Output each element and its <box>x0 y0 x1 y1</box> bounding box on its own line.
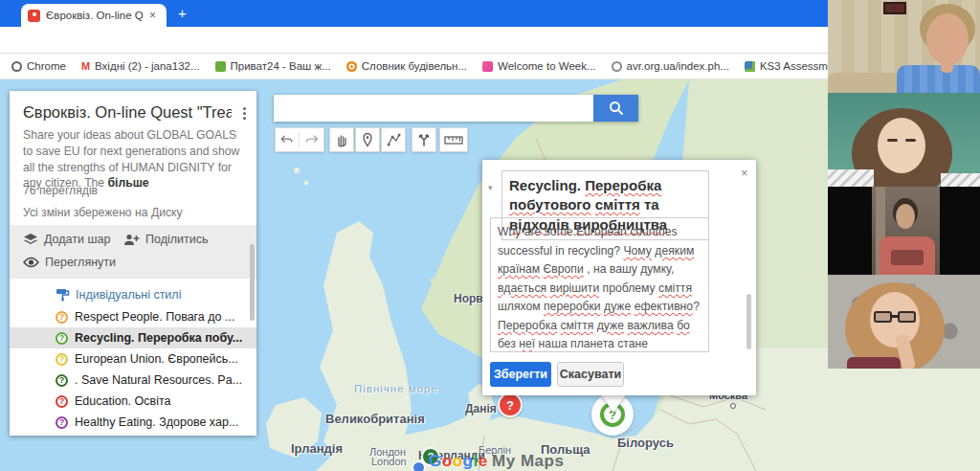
glasses-left-lens <box>874 311 892 323</box>
map-marker-denmark-question[interactable]: ? <box>498 392 523 417</box>
views-count: 76 переглядів <box>23 184 98 197</box>
preview-button[interactable]: Переглянути <box>23 256 116 269</box>
glasses-right-lens <box>898 311 916 323</box>
undo-redo-group <box>275 127 324 152</box>
google-mymaps-watermark: Google My Maps <box>429 452 564 471</box>
panel-scrollbar[interactable] <box>250 244 255 321</box>
panel-menu-icon[interactable] <box>243 107 246 110</box>
map-label-london-en: London <box>371 456 407 467</box>
directions-y-icon <box>417 132 431 147</box>
close-icon[interactable]: × <box>741 166 748 180</box>
marker-edit-popup: × ▾ Recycling. Переробка побутового сміт… <box>482 160 756 395</box>
hoodie-graphic <box>891 250 924 265</box>
more-link[interactable]: більше <box>108 176 149 190</box>
marker-pin-icon <box>361 132 374 147</box>
bookmark-welcome[interactable]: Welcome to Week... <box>482 60 595 72</box>
cancel-button[interactable]: Скасувати <box>557 362 624 387</box>
layer-question-icon: ? <box>56 395 68 408</box>
participant-1-hand <box>941 50 953 73</box>
map-label-ireland: Ірландія <box>291 441 343 456</box>
tab-title: Євроквіз. On-line Quest "Treasu <box>46 10 144 21</box>
participant-3-face <box>896 204 915 229</box>
individual-styles-link[interactable]: Індивідуальні стилі <box>56 287 181 302</box>
layer-question-icon: ? <box>56 353 68 366</box>
layer-item-respect-people[interactable]: ? Respect People. Повага до ... <box>10 306 256 327</box>
undo-icon[interactable] <box>278 132 300 147</box>
saved-status: Усі зміни збережено на Диску <box>23 206 183 219</box>
layer-item-healthy-eating[interactable]: ? Healthy Eating. Здорове хар... <box>10 412 256 433</box>
participant-2-eye <box>887 139 898 142</box>
avr-icon <box>612 61 622 72</box>
map-search-input[interactable] <box>274 95 593 122</box>
privat24-icon <box>215 61 226 72</box>
add-marker-tool-button[interactable] <box>355 127 380 152</box>
participant-3-room <box>872 187 940 275</box>
share-button[interactable]: Поділитись <box>122 233 208 246</box>
google-logo: Google <box>429 452 488 470</box>
picture-frame <box>883 2 906 14</box>
measure-tool-button[interactable] <box>439 127 468 152</box>
panel-actions: Додати шар Поділитись Переглянути <box>10 225 256 279</box>
browser-toolbar: google.com/maps/d/u/2/edit?mid=17VCu00Iz… <box>0 27 828 54</box>
layer-question-icon: ? <box>56 416 68 429</box>
layer-item-recycling[interactable]: ? Recycling. Переробка побу... <box>10 327 256 348</box>
bookmark-gmail[interactable]: MВхідні (2) - jana132... <box>81 60 200 72</box>
video-feed-2[interactable] <box>828 93 980 187</box>
polyline-icon <box>386 132 401 147</box>
draw-line-tool-button[interactable] <box>381 127 406 152</box>
moscow-dot <box>730 403 736 409</box>
add-person-icon <box>122 234 140 246</box>
participant-1-shirt <box>897 65 980 93</box>
save-button[interactable]: Зберегти <box>490 362 551 387</box>
bookmark-chrome[interactable]: Chrome <box>11 60 66 72</box>
search-icon <box>609 101 624 116</box>
bookmarks-bar: Chrome MВхідні (2) - jana132... Приват24… <box>0 54 828 79</box>
pan-tool-button[interactable] <box>329 127 354 152</box>
gmail-icon: M <box>81 60 90 72</box>
welcome-icon <box>482 61 493 72</box>
map-title[interactable]: Євроквіз. On-line Quest "Treasur... <box>23 103 232 122</box>
search-button[interactable] <box>593 95 638 122</box>
layers-icon <box>23 233 38 246</box>
browser-tab[interactable]: Євроквіз. On-line Quest "Treasu × <box>21 4 167 27</box>
tab-close-icon[interactable]: × <box>149 10 156 21</box>
screen: { "browser": { "tab_title": "Євроквіз. O… <box>0 0 980 471</box>
map-label-belarus: Білорусь <box>617 436 674 450</box>
layer-item-european-union[interactable]: ? European Union. Європейсь... <box>10 348 256 370</box>
participant-2-eye <box>905 139 916 142</box>
participant-2-face <box>878 118 925 173</box>
map-search-box <box>274 95 638 122</box>
title-dropdown-icon[interactable]: ▾ <box>488 183 493 192</box>
directions-tool-button[interactable] <box>412 127 436 152</box>
popup-tail <box>601 394 626 413</box>
layer-item-education[interactable]: ? Education. Освіта <box>10 391 256 412</box>
video-feed-4[interactable] <box>828 275 980 369</box>
map-marker-blue[interactable] <box>412 460 426 471</box>
add-layer-button[interactable]: Додати шар <box>23 233 110 246</box>
ks3-icon <box>745 61 755 72</box>
hand-icon <box>335 132 349 147</box>
layer-item-save-natural-resources[interactable]: ? . Save Natural Resources. Pa... <box>10 370 256 391</box>
video-feed-1[interactable] <box>828 0 980 93</box>
dictionary-icon <box>346 61 357 72</box>
map-info-panel: Євроквіз. On-line Quest "Treasur... Shar… <box>10 91 256 436</box>
layer-question-icon: ? <box>56 332 68 345</box>
popup-scrollbar[interactable] <box>746 294 751 349</box>
bookmark-dictionary[interactable]: Словник будівельн... <box>346 60 467 72</box>
ruler-icon <box>444 133 463 146</box>
chrome-icon <box>11 61 22 72</box>
video-feed-3[interactable] <box>828 187 980 275</box>
paint-roller-icon <box>56 287 70 302</box>
bookmark-privat24[interactable]: Приват24 - Ваш ж... <box>215 60 331 72</box>
layer-question-icon: ? <box>56 311 68 324</box>
participant-2-shirt <box>828 169 874 187</box>
layer-question-icon: ? <box>56 374 68 387</box>
bookmark-avr[interactable]: avr.org.ua/index.ph... <box>612 60 729 72</box>
glasses-bridge <box>891 315 899 318</box>
marker-description-textarea[interactable]: Why are some European countries successf… <box>490 217 709 352</box>
map-label-great-britain: Великобританія <box>325 412 425 426</box>
new-tab-button[interactable]: + <box>178 5 187 21</box>
redo-icon[interactable] <box>300 132 321 147</box>
eye-icon <box>23 257 39 268</box>
participant-2-shirt <box>941 173 980 187</box>
